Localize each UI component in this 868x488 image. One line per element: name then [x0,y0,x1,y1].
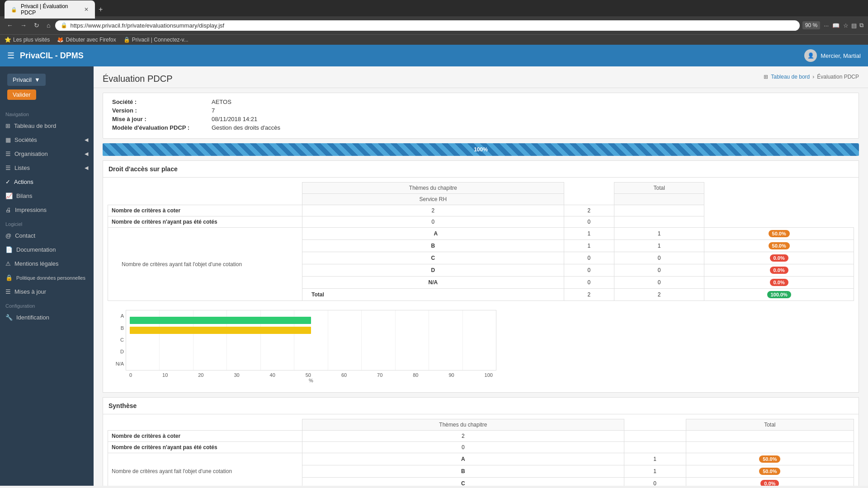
config-section-label: Configuration [0,299,94,310]
app-header: ☰ PrivaCIL - DPMS 👤 Mercier, Martial [0,45,868,66]
browser-controls: ← → ↻ ⌂ 🔒 90 % ··· 📖 ☆ ▤ ⧉ [0,16,868,34]
reader-view-icon[interactable]: 📖 [832,22,840,29]
progress-bar-text: 100% [474,146,488,153]
chart-container: A B C D N/A [103,305,859,392]
chart-inner [126,310,496,371]
sidebar-item-mentions-legales[interactable]: ⚠ Mentions légales [0,257,94,271]
x-tick-30: 30 [234,372,239,378]
active-tab[interactable]: 🔒 Privacil | Évaluation PDCP ✕ [5,0,95,19]
hamburger-menu-icon[interactable]: ☰ [7,51,14,61]
address-bar[interactable]: 🔒 [55,20,799,31]
col2-total-header: Total [686,419,854,431]
societe-value: AETOS [212,99,231,105]
sidebar-item-identification[interactable]: 🔧 Identification [0,310,94,324]
col-themes-header: Thèmes du chapitre [302,183,564,194]
listes-chevron-icon: ◀ [85,165,88,171]
breadcrumb-current: Évaluation PDCP [817,74,859,80]
breadcrumb-home-link[interactable]: Tableau de bord [771,74,810,80]
sidebar-item-mises-a-jour[interactable]: ☰ Mises à jour [0,285,94,299]
new-tab-button[interactable]: + [95,5,106,14]
table-row: Nombre de critères n'ayant pas été cotés… [108,442,854,453]
x-tick-50: 50 [306,372,311,378]
user-name: Mercier, Martial [821,52,861,59]
sidebar-item-actions[interactable]: ✓ Actions [0,175,94,189]
reload-button[interactable]: ↻ [32,21,42,30]
listes-icon: ☰ [5,164,11,171]
split-view-icon[interactable]: ⧉ [859,22,863,29]
mise-a-jour-value: 08/11/2018 14:21 [212,116,257,122]
overflow-menu-icon[interactable]: ··· [824,22,829,29]
tab-close-button[interactable]: ✕ [84,6,89,13]
badge-total: 100.0% [767,291,791,298]
sidebar-item-contact[interactable]: @ Contact [0,229,94,243]
url-input[interactable] [70,22,794,29]
sidebar-item-impressions[interactable]: 🖨 Impressions [0,203,94,217]
chart-area: 0 10 20 30 40 50 60 70 80 90 100 [126,310,496,383]
logiciel-section-label: Logiciel [0,217,94,229]
x-tick-70: 70 [377,372,382,378]
impressions-icon: 🖨 [5,206,11,213]
home-button[interactable]: ⌂ [44,21,52,30]
progress-section: 100% [103,143,859,156]
synthese-badge-c: 0.0% [760,480,779,486]
bilans-icon: 📈 [5,192,13,199]
societe-label: Société : [112,99,212,105]
bookmark-star-icon[interactable]: ☆ [843,22,849,29]
badge-b: 50.0% [769,242,790,249]
sidebar-item-societes[interactable]: ▦ Sociétés ◀ [0,133,94,147]
info-mise-a-jour-row: Mise à jour : 08/11/2018 14:21 [112,116,849,122]
info-version-row: Version : 7 [112,107,849,114]
sidebar-item-organisation[interactable]: ☰ Organisation ◀ [0,147,94,161]
table-row: Nombre de critères ayant fait l'objet d'… [108,453,854,465]
bookmark-firefox[interactable]: 🦊 Débuter avec Firefox [57,37,116,43]
brand-button[interactable]: Privacil ▼ [7,74,46,86]
info-section: Société : AETOS Version : 7 Mise à jour … [103,93,859,139]
bar-a-fill [130,317,311,324]
sidebar-item-bilans[interactable]: 📈 Bilans [0,189,94,203]
mise-a-jour-label: Mise à jour : [112,116,212,122]
x-tick-10: 10 [162,372,168,378]
chart-x-axis: 0 10 20 30 40 50 60 70 80 90 100 [126,371,496,378]
col2-themes-header: Thèmes du chapitre [302,419,624,431]
actions-icon: ✓ [5,178,10,185]
chart-x-label: % [126,378,496,383]
chart-label-c: C [112,337,124,343]
info-societe-row: Société : AETOS [112,99,849,105]
breadcrumb-home-icon: ⊞ [764,74,768,80]
header-right: 👤 Mercier, Martial [804,49,861,62]
chart-y-labels: A B C D N/A [112,310,126,383]
bookmark-most-visited[interactable]: ⭐ Les plus visités [5,37,50,43]
sidebar-item-listes[interactable]: ☰ Listes ◀ [0,161,94,175]
x-tick-90: 90 [448,372,454,378]
section1-title: Droit d'accès sur place [103,161,859,178]
info-modele-row: Modèle d'évaluation PDCP : Gestion des d… [112,124,849,131]
contact-icon: @ [5,232,11,239]
chart-label-b: B [112,325,124,331]
brand-label: Privacil [13,76,32,83]
user-avatar: 👤 [804,49,817,62]
synthese-badge-b: 50.0% [759,468,780,475]
forward-button[interactable]: → [18,21,29,30]
zoom-level: 90 % [802,21,820,29]
back-button[interactable]: ← [5,21,15,30]
browser-right-controls: 90 % ··· 📖 ☆ [802,21,849,29]
sidebar-item-tableau-de-bord[interactable]: ⊞ Tableau de bord [0,119,94,133]
identification-icon: 🔧 [5,314,13,321]
chart-wrapper: A B C D N/A [112,310,849,383]
col-total-header: Total [614,183,704,194]
badge-na: 0.0% [770,279,788,286]
x-tick-40: 40 [270,372,275,378]
sidebar-item-politique-donnees[interactable]: 🔒 Politique données personnelles [0,271,94,285]
table-row: Nombre de critères à coter 2 [108,431,854,442]
validate-button[interactable]: Valider [7,89,36,100]
mentions-icon: ⚠ [5,260,11,267]
badge-d: 0.0% [770,267,788,274]
documentation-icon: 📄 [5,246,13,253]
sidebar-item-documentation[interactable]: 📄 Documentation [0,243,94,257]
col-service-rh-header: Service RH [302,194,564,205]
sidebar-panel-icon[interactable]: ▤ [851,22,857,29]
mises-a-jour-icon: ☰ [5,288,11,295]
synthese-badge-a: 50.0% [759,455,780,463]
x-tick-0: 0 [129,372,132,378]
bookmark-privacil[interactable]: 🔒 Privacil | Connectez-v... [123,37,189,43]
